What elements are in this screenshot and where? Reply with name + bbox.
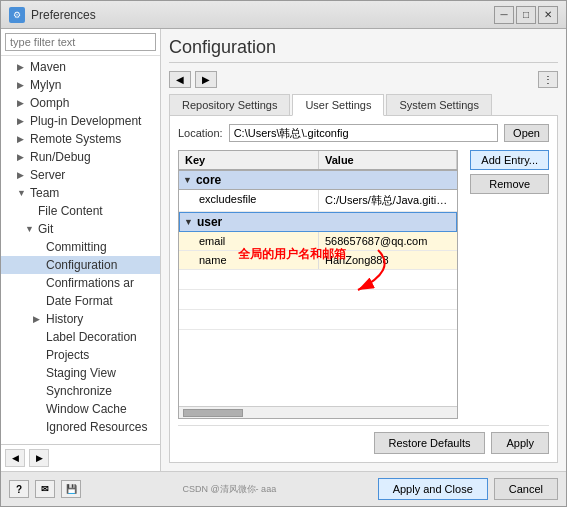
sidebar-item-file-content[interactable]: File Content xyxy=(1,202,160,220)
header-key: Key xyxy=(179,151,319,169)
group-arrow: ▼ xyxy=(184,217,193,227)
sidebar-item-projects[interactable]: Projects xyxy=(1,346,160,364)
group-user[interactable]: ▼ user xyxy=(179,212,457,232)
table-row-empty xyxy=(179,290,457,310)
table-row[interactable]: name HanZong888 xyxy=(179,251,457,270)
tab-system-settings[interactable]: System Settings xyxy=(386,94,491,115)
help-button[interactable]: ? xyxy=(9,480,29,498)
sidebar-item-committing[interactable]: Committing xyxy=(1,238,160,256)
sidebar-item-configuration[interactable]: Configuration xyxy=(1,256,160,274)
table-row[interactable]: email 568657687@qq.com xyxy=(179,232,457,251)
sidebar-item-label: Label Decoration xyxy=(46,330,137,344)
sidebar-item-label: Team xyxy=(30,186,59,200)
sidebar-item-ignored-res[interactable]: Ignored Resources xyxy=(1,418,160,436)
sidebar-item-label: Run/Debug xyxy=(30,150,91,164)
sidebar-item-window-cache[interactable]: Window Cache xyxy=(1,400,160,418)
apply-button[interactable]: Apply xyxy=(491,432,549,454)
sidebar-item-server[interactable]: ▶ Server xyxy=(1,166,160,184)
sidebar-item-label: Window Cache xyxy=(46,402,127,416)
sidebar-item-label: Configuration xyxy=(46,258,117,272)
apply-close-button[interactable]: Apply and Close xyxy=(378,478,488,500)
sidebar-item-label: Remote Systems xyxy=(30,132,121,146)
table-row[interactable]: excludesfile C:/Users/韩总/Java.gitigno xyxy=(179,190,457,212)
location-label: Location: xyxy=(178,127,223,139)
sidebar-item-label: Ignored Resources xyxy=(46,420,147,434)
title-controls: ─ □ ✕ xyxy=(494,6,558,24)
sidebar-back-button[interactable]: ◀ xyxy=(5,449,25,467)
sidebar-item-confirmations[interactable]: Confirmations ar xyxy=(1,274,160,292)
cell-key: email xyxy=(179,232,319,250)
sidebar-item-run-debug[interactable]: ▶ Run/Debug xyxy=(1,148,160,166)
sidebar-item-mylyn[interactable]: ▶ Mylyn xyxy=(1,76,160,94)
nav-back-button[interactable]: ◀ xyxy=(169,71,191,88)
nav-forward-button[interactable]: ▶ xyxy=(195,71,217,88)
sidebar-forward-button[interactable]: ▶ xyxy=(29,449,49,467)
sidebar-item-synchronize[interactable]: Synchronize xyxy=(1,382,160,400)
window-title: Preferences xyxy=(31,8,96,22)
table-row-empty xyxy=(179,310,457,330)
sidebar-item-label: Synchronize xyxy=(46,384,112,398)
sidebar: ▶ Maven ▶ Mylyn ▶ Oomph ▶ Plug-in Develo… xyxy=(1,29,161,471)
location-input[interactable] xyxy=(229,124,498,142)
sidebar-item-git[interactable]: ▼ Git xyxy=(1,220,160,238)
menu-button[interactable]: ⋮ xyxy=(538,71,558,88)
right-panel: Configuration ◀ ▶ ⋮ Repository Settings … xyxy=(161,29,566,471)
sidebar-item-team[interactable]: ▼ Team xyxy=(1,184,160,202)
sidebar-item-plugin-dev[interactable]: ▶ Plug-in Development xyxy=(1,112,160,130)
sidebar-item-label: Maven xyxy=(30,60,66,74)
maximize-button[interactable]: □ xyxy=(516,6,536,24)
cell-value: 568657687@qq.com xyxy=(319,232,457,250)
add-entry-button[interactable]: Add Entry... xyxy=(470,150,549,170)
expand-arrow: ▶ xyxy=(17,80,27,90)
email-button[interactable]: ✉ xyxy=(35,480,55,498)
sidebar-item-label: Plug-in Development xyxy=(30,114,141,128)
sidebar-item-label-dec[interactable]: Label Decoration xyxy=(1,328,160,346)
sidebar-search-area xyxy=(1,29,160,56)
sidebar-item-label: Projects xyxy=(46,348,89,362)
sidebar-item-remote-systems[interactable]: ▶ Remote Systems xyxy=(1,130,160,148)
sidebar-item-staging-view[interactable]: Staging View xyxy=(1,364,160,382)
group-arrow: ▼ xyxy=(183,175,192,185)
cancel-button[interactable]: Cancel xyxy=(494,478,558,500)
restore-defaults-button[interactable]: Restore Defaults xyxy=(374,432,486,454)
sidebar-item-label: Committing xyxy=(46,240,107,254)
group-core[interactable]: ▼ core xyxy=(179,170,457,190)
sidebar-item-label: Oomph xyxy=(30,96,69,110)
sidebar-item-label: Mylyn xyxy=(30,78,61,92)
title-bar-left: ⚙ Preferences xyxy=(9,7,96,23)
bottom-right: Apply and Close Cancel xyxy=(378,478,558,500)
expand-arrow: ▶ xyxy=(33,314,43,324)
header-value: Value xyxy=(319,151,457,169)
tab-repo-settings[interactable]: Repository Settings xyxy=(169,94,290,115)
sidebar-item-date-format[interactable]: Date Format xyxy=(1,292,160,310)
group-name: core xyxy=(196,173,221,187)
close-button[interactable]: ✕ xyxy=(538,6,558,24)
sidebar-item-oomph[interactable]: ▶ Oomph xyxy=(1,94,160,112)
panel-title: Configuration xyxy=(169,37,558,63)
sidebar-item-label: Date Format xyxy=(46,294,113,308)
table-body: ▼ core excludesfile C:/Users/韩总/Java.git… xyxy=(179,170,457,406)
remove-button[interactable]: Remove xyxy=(470,174,549,194)
nav-row: ◀ ▶ ⋮ xyxy=(169,71,558,88)
expand-arrow: ▶ xyxy=(17,134,27,144)
expand-arrow: ▼ xyxy=(25,224,35,234)
sidebar-item-label: Staging View xyxy=(46,366,116,380)
tab-user-settings[interactable]: User Settings xyxy=(292,94,384,116)
sidebar-item-label: History xyxy=(46,312,83,326)
scrollbar-thumb[interactable] xyxy=(183,409,243,417)
save-button[interactable]: 💾 xyxy=(61,480,81,498)
main-content: ▶ Maven ▶ Mylyn ▶ Oomph ▶ Plug-in Develo… xyxy=(1,29,566,471)
sidebar-item-label: Server xyxy=(30,168,65,182)
h-scrollbar[interactable] xyxy=(179,406,457,418)
open-button[interactable]: Open xyxy=(504,124,549,142)
group-name: user xyxy=(197,215,222,229)
sidebar-item-maven[interactable]: ▶ Maven xyxy=(1,58,160,76)
minimize-button[interactable]: ─ xyxy=(494,6,514,24)
search-input[interactable] xyxy=(5,33,156,51)
tab-bottom-buttons: Restore Defaults Apply xyxy=(178,425,549,454)
table-section: Key Value ▼ core excludesfile xyxy=(178,150,549,419)
table-row-empty xyxy=(179,270,457,290)
watermark: CSDN @清风微你- aaa xyxy=(81,483,378,496)
sidebar-item-history[interactable]: ▶ History xyxy=(1,310,160,328)
sidebar-item-label: File Content xyxy=(38,204,103,218)
